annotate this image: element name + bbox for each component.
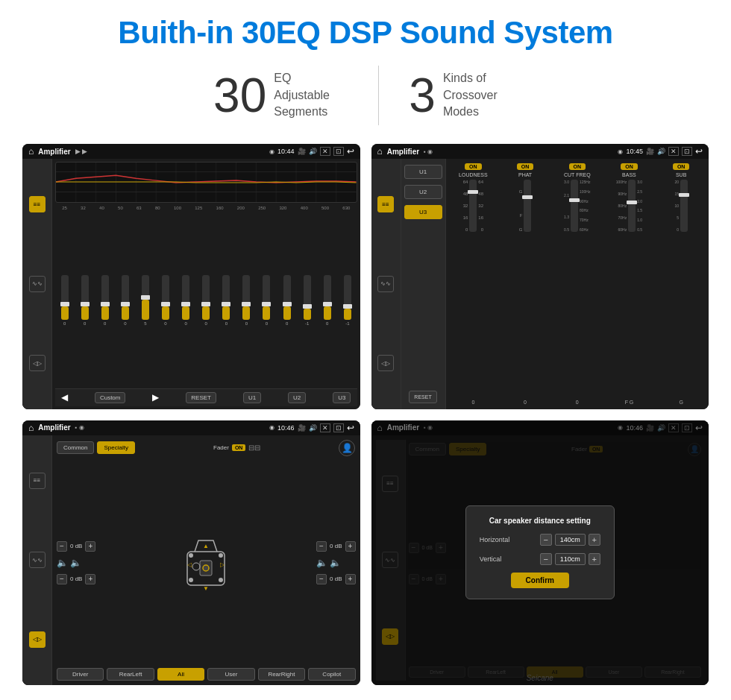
slider-track-15[interactable] <box>344 275 351 320</box>
eq-prev-icon[interactable]: ◀ <box>61 392 68 403</box>
slider-track-5[interactable] <box>142 275 149 320</box>
screen1-back-icon[interactable]: ↩ <box>347 146 354 157</box>
slider-track-2[interactable] <box>81 275 89 320</box>
bass-on-btn[interactable]: ON <box>621 163 638 170</box>
screen-eq: ⌂ Amplifier ▶ ▶ ◉ 10:44 🎥 🔊 ✕ ⊡ ↩ ≡≡ ∿ <box>22 144 360 409</box>
slider-track-13[interactable] <box>304 275 311 320</box>
sub-label: SUB <box>676 172 686 177</box>
preset-u3-btn[interactable]: U3 <box>404 205 442 219</box>
screen2-status-left: ⌂ Amplifier ▪ ◉ <box>377 146 433 157</box>
preset-u2-btn[interactable]: U2 <box>404 185 442 199</box>
screen3-status-left: ⌂ Amplifier ▪ ◉ <box>28 423 84 433</box>
screen1-vol-ctrl-icon[interactable]: ◁▷ <box>29 355 46 371</box>
sub-slider[interactable] <box>680 180 688 232</box>
screen3-window-icon[interactable]: ⊡ <box>333 423 344 432</box>
screen-crossover: ⌂ Amplifier ▪ ◉ ◉ 10:45 🎥 🔊 ✕ ⊡ ↩ ≡≡ ∿ <box>371 144 709 409</box>
all-btn[interactable]: All <box>157 668 204 681</box>
screen2-status-bar: ⌂ Amplifier ▪ ◉ ◉ 10:45 🎥 🔊 ✕ ⊡ ↩ <box>371 144 709 159</box>
slider-track-10[interactable] <box>242 275 250 320</box>
cutfreq-slider[interactable] <box>571 180 578 232</box>
crossover-reset-btn[interactable]: RESET <box>409 391 436 403</box>
slider-val-5: 5 <box>144 321 146 326</box>
rearleft-btn[interactable]: RearLeft <box>107 668 154 681</box>
eq-next-icon[interactable]: ▶ <box>152 392 159 403</box>
screen1-close-icon[interactable]: ✕ <box>320 147 330 156</box>
common-specialty-tabs: Common Specialty <box>57 441 135 454</box>
slider-track-4[interactable] <box>122 275 129 320</box>
horizontal-plus-btn[interactable]: + <box>589 534 600 546</box>
screen3-back-icon[interactable]: ↩ <box>347 423 354 433</box>
slider-track-14[interactable] <box>324 275 331 320</box>
screen2-close-icon[interactable]: ✕ <box>668 147 679 156</box>
slider-val-1: 0 <box>63 321 66 326</box>
left-bot-db-row: − 0 dB + <box>57 574 95 584</box>
screen3-close-icon[interactable]: ✕ <box>320 423 330 432</box>
rearright-btn[interactable]: RearRight <box>258 668 305 681</box>
right-db-controls: − 0 dB + 🔈 🔈 − 0 dB + <box>316 541 355 584</box>
eq-reset-btn[interactable]: RESET <box>186 392 216 403</box>
eq-slider-7: 0 <box>177 275 195 326</box>
bass-slider[interactable] <box>628 180 636 232</box>
screen2-eq-icon[interactable]: ≡≡ <box>377 196 394 212</box>
right-top-minus[interactable]: − <box>316 541 327 552</box>
loudness-slider[interactable] <box>469 180 477 232</box>
loudness-on-btn[interactable]: ON <box>465 163 482 170</box>
screen2-time: 10:45 <box>626 148 643 155</box>
screen2-home-icon[interactable]: ⌂ <box>377 146 383 157</box>
screen2-back-icon[interactable]: ↩ <box>695 146 703 157</box>
screen3-home-icon[interactable]: ⌂ <box>28 423 34 433</box>
screen2-window-icon[interactable]: ⊡ <box>682 147 692 156</box>
right-top-plus[interactable]: + <box>345 541 356 552</box>
right-top-db-val: 0 dB <box>330 543 342 549</box>
screen2-wave-icon[interactable]: ∿∿ <box>377 276 394 292</box>
eq-desc-line1: EQ Adjustable <box>274 70 348 104</box>
slider-track-9[interactable] <box>222 275 230 320</box>
eq-graph <box>55 162 357 203</box>
slider-track-6[interactable] <box>162 275 169 320</box>
phat-on-btn[interactable]: ON <box>517 163 534 170</box>
confirm-button[interactable]: Confirm <box>511 573 569 588</box>
left-bot-plus[interactable]: + <box>85 574 95 584</box>
screen3-vol-ctrl-icon[interactable]: ◁▷ <box>29 631 46 648</box>
fader-on-badge[interactable]: ON <box>232 444 246 451</box>
home-icon[interactable]: ⌂ <box>28 146 34 157</box>
cutfreq-on-btn[interactable]: ON <box>569 163 586 170</box>
slider-track-7[interactable] <box>182 275 189 320</box>
screen1-window-icon[interactable]: ⊡ <box>333 147 344 156</box>
phat-slider[interactable] <box>524 180 531 232</box>
eq-u1-btn[interactable]: U1 <box>243 392 261 403</box>
eq-u2-btn[interactable]: U2 <box>288 392 306 403</box>
preset-u1-btn[interactable]: U1 <box>404 165 442 179</box>
vertical-plus-btn[interactable]: + <box>589 553 600 565</box>
slider-track-8[interactable] <box>202 275 210 320</box>
slider-track-11[interactable] <box>263 275 270 320</box>
left-bot-minus[interactable]: − <box>57 574 67 584</box>
eq-u3-btn[interactable]: U3 <box>333 392 351 403</box>
specialty-tab[interactable]: Specialty <box>97 441 134 454</box>
slider-track-12[interactable] <box>283 275 291 320</box>
screen3-wave-icon[interactable]: ∿∿ <box>29 552 46 568</box>
screen2-vol-icon: 🔊 <box>657 148 665 155</box>
user-btn[interactable]: User <box>207 668 254 681</box>
slider-track-1[interactable] <box>61 275 69 320</box>
screen2-vol-icon[interactable]: ◁▷ <box>377 355 394 371</box>
copilot-btn[interactable]: Copilot <box>308 668 355 681</box>
driver-btn[interactable]: Driver <box>57 668 104 681</box>
left-top-plus[interactable]: + <box>85 541 95 552</box>
screen-distance: ⌂ Amplifier ▪ ◉ ◉ 10:46 🎥 🔊 ✕ ⊡ ↩ ≡≡ <box>371 420 709 686</box>
eq-controls-bar: ◀ Custom ▶ RESET U1 U2 U3 <box>55 388 357 406</box>
right-bot-plus[interactable]: + <box>345 574 356 584</box>
screen3-eq-icon[interactable]: ≡≡ <box>29 473 46 489</box>
common-tab[interactable]: Common <box>57 441 94 454</box>
right-bot-minus[interactable]: − <box>316 574 327 584</box>
vertical-minus-btn[interactable]: − <box>540 553 552 565</box>
slider-track-3[interactable] <box>101 275 109 320</box>
left-top-minus[interactable]: − <box>57 541 67 552</box>
eq-slider-2: 0 <box>75 275 94 326</box>
screen1-wave-icon[interactable]: ∿∿ <box>29 276 46 292</box>
slider-val-9: 0 <box>225 321 228 326</box>
sub-on-btn[interactable]: ON <box>673 163 690 170</box>
screen1-eq-icon[interactable]: ≡≡ <box>29 196 46 212</box>
horizontal-minus-btn[interactable]: − <box>540 534 552 546</box>
channel-sub: ON SUB 20151050 G <box>656 163 706 405</box>
